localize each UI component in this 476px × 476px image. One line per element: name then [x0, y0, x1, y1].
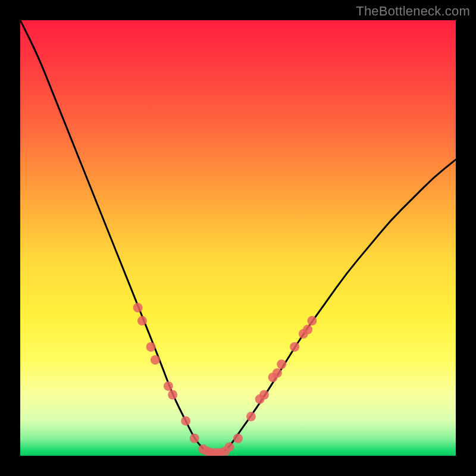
- data-marker: [190, 434, 199, 443]
- data-marker: [137, 316, 147, 325]
- marker-group: [133, 303, 317, 456]
- data-marker: [303, 325, 312, 334]
- data-marker: [224, 442, 234, 452]
- bottleneck-curve: [20, 20, 456, 453]
- chart-plot-area: [20, 20, 456, 456]
- chart-frame: TheBottleneck.com: [0, 0, 476, 476]
- data-marker: [273, 368, 282, 378]
- data-marker: [151, 355, 160, 365]
- data-marker: [307, 316, 317, 325]
- data-marker: [246, 412, 256, 421]
- data-marker: [259, 390, 269, 400]
- data-marker: [277, 359, 286, 369]
- chart-svg: [20, 20, 456, 456]
- data-marker: [133, 303, 143, 312]
- data-marker: [181, 416, 190, 425]
- watermark-text: TheBottleneck.com: [356, 4, 470, 19]
- data-marker: [290, 342, 299, 352]
- data-marker: [164, 381, 173, 391]
- data-marker: [168, 390, 177, 400]
- data-marker: [146, 342, 156, 352]
- data-marker: [233, 434, 243, 443]
